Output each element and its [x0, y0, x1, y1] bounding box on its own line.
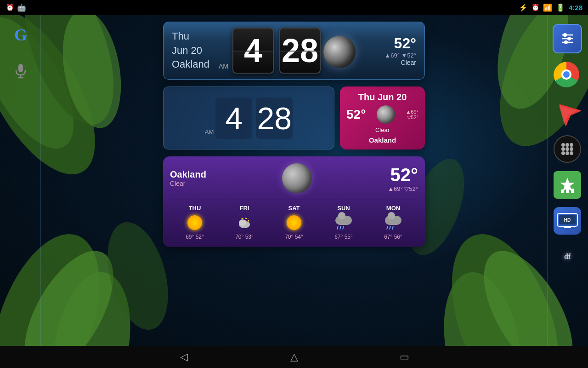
- simple-clock-widget[interactable]: AM 4 28: [163, 86, 334, 150]
- back-button[interactable]: ◁: [175, 348, 193, 366]
- flip-hour: 4: [232, 28, 274, 74]
- flip-weather-info: 52° ▲69° ▼52° Clear: [370, 35, 416, 66]
- recents-button[interactable]: ▭: [395, 348, 413, 366]
- fri-icon: [236, 214, 253, 231]
- status-time: 4:28: [569, 4, 582, 12]
- hd-app-icon[interactable]: HD: [554, 207, 581, 235]
- simple-clock-digits: AM 4 28: [205, 98, 293, 139]
- plane-app-icon[interactable]: [553, 98, 582, 127]
- svg-text:HD: HD: [564, 218, 571, 223]
- svg-point-18: [563, 33, 567, 37]
- flip-date-city: Oakland: [172, 58, 218, 72]
- simple-hour: 4: [215, 98, 252, 139]
- purple-weather-top: Oakland Clear 52° ▲69° ▽52°: [170, 163, 418, 193]
- bottom-nav: ◁ △ ▭: [0, 346, 588, 368]
- svg-point-45: [239, 219, 246, 226]
- purple-temp: 52°: [388, 165, 418, 185]
- df-label: df: [564, 253, 571, 261]
- svg-point-28: [561, 147, 565, 151]
- flip-clock-widget[interactable]: Thu Jun 20 Oakland AM 4 28 52° ▲69° ▼52°…: [163, 22, 425, 80]
- flip-clock-digits: AM 4 28: [218, 28, 370, 74]
- forecast-thu: THU 69° 52°: [170, 205, 220, 240]
- svg-point-22: [564, 40, 568, 44]
- pink-hi-lo: ▲69° ▽52°: [406, 109, 418, 121]
- right-sidebar: HD df: [547, 15, 588, 346]
- purple-hi-lo: ▲69° ▽52°: [388, 185, 418, 192]
- main-content: Thu Jun 20 Oakland AM 4 28 52° ▲69° ▼52°…: [41, 15, 547, 346]
- svg-point-30: [570, 147, 573, 151]
- pink-condition: Clear: [346, 126, 418, 133]
- svg-point-25: [561, 143, 565, 147]
- pink-weather-widget[interactable]: Thu Jun 20 52° ▲69° ▽52° Clear Oakland: [340, 86, 425, 150]
- svg-marker-24: [554, 99, 577, 124]
- battery-icon: 🔋: [556, 3, 565, 12]
- pink-temp: 52°: [346, 107, 366, 122]
- thu-icon: [187, 214, 203, 231]
- forecast-mon: MON 67° 56°: [368, 205, 418, 240]
- flip-minute: 28: [279, 28, 321, 74]
- alarm-clock-icon: ⏰: [531, 4, 539, 11]
- alarm-icon: ⏰: [6, 3, 14, 12]
- df-app-icon[interactable]: df: [554, 243, 581, 270]
- bluetooth-icon: ⚡: [519, 3, 528, 12]
- svg-point-33: [570, 151, 573, 155]
- svg-rect-37: [571, 189, 574, 193]
- svg-point-29: [565, 147, 569, 151]
- mon-icon: [385, 214, 401, 231]
- purple-temp-info: 52° ▲69° ▽52°: [388, 165, 418, 192]
- purple-city-info: Oakland Clear: [170, 169, 206, 187]
- svg-rect-41: [564, 226, 571, 228]
- wifi-icon: 📶: [543, 3, 552, 12]
- purple-condition: Clear: [170, 180, 206, 187]
- purple-weather-widget[interactable]: Oakland Clear 52° ▲69° ▽52° THU 69° 52° …: [163, 156, 425, 247]
- svg-point-20: [567, 37, 571, 40]
- pink-hi: ▲69°: [406, 109, 418, 115]
- status-bar-right: ⚡ ⏰ 📶 🔋 4:28: [519, 3, 582, 12]
- google-button[interactable]: G: [10, 24, 32, 46]
- app-drawer-icon[interactable]: [554, 135, 581, 163]
- status-bar: ⏰ 🤖 ⚡ ⏰ 📶 🔋 4:28: [0, 0, 588, 15]
- svg-rect-35: [561, 190, 564, 193]
- forecast-sun: SUN 67° 55°: [319, 205, 368, 240]
- settings-app-icon[interactable]: [553, 24, 582, 53]
- star-app-icon[interactable]: [554, 171, 581, 199]
- pink-moon: [377, 105, 395, 124]
- moon-image: [323, 36, 356, 68]
- pink-date: Thu Jun 20: [346, 92, 418, 103]
- svg-point-32: [565, 151, 569, 155]
- purple-forecast: THU 69° 52° FRI 70° 53: [170, 199, 418, 240]
- flip-clock-date: Thu Jun 20 Oakland: [172, 29, 218, 72]
- mic-button[interactable]: [10, 60, 32, 82]
- sat-icon: [286, 214, 302, 231]
- flip-date-month: Jun 20: [172, 44, 218, 58]
- forecast-sat: SAT 70° 54°: [269, 205, 319, 240]
- svg-rect-14: [18, 64, 23, 72]
- flip-hi-lo: ▲69° ▼52°: [370, 52, 416, 59]
- svg-point-31: [561, 151, 565, 155]
- pink-weather-row: 52° ▲69° ▽52°: [346, 105, 418, 124]
- purple-city: Oakland: [170, 169, 206, 180]
- purple-moon: [282, 163, 312, 193]
- sun-icon-rain: [335, 214, 352, 231]
- simple-minute: 28: [256, 98, 293, 139]
- svg-point-26: [565, 143, 569, 147]
- left-sidebar: G: [0, 15, 41, 346]
- flip-am-pm: AM: [219, 63, 228, 70]
- flip-temp: 52°: [370, 35, 416, 52]
- chrome-app-icon[interactable]: [554, 62, 581, 89]
- pink-lo: ▽52°: [406, 115, 418, 121]
- flip-date-day: Thu: [172, 29, 218, 44]
- pink-city: Oakland: [346, 136, 418, 144]
- android-icon: 🤖: [17, 3, 26, 12]
- forecast-fri: FRI 70° 53°: [220, 205, 269, 240]
- flip-condition: Clear: [370, 59, 416, 66]
- simple-am-pm: AM: [205, 128, 214, 135]
- status-bar-left: ⏰ 🤖: [6, 3, 26, 12]
- svg-rect-36: [566, 187, 569, 193]
- widget-row2: AM 4 28 Thu Jun 20 52° ▲69° ▽52° Clear O…: [163, 86, 425, 150]
- home-button[interactable]: △: [285, 348, 303, 366]
- svg-point-27: [570, 143, 573, 147]
